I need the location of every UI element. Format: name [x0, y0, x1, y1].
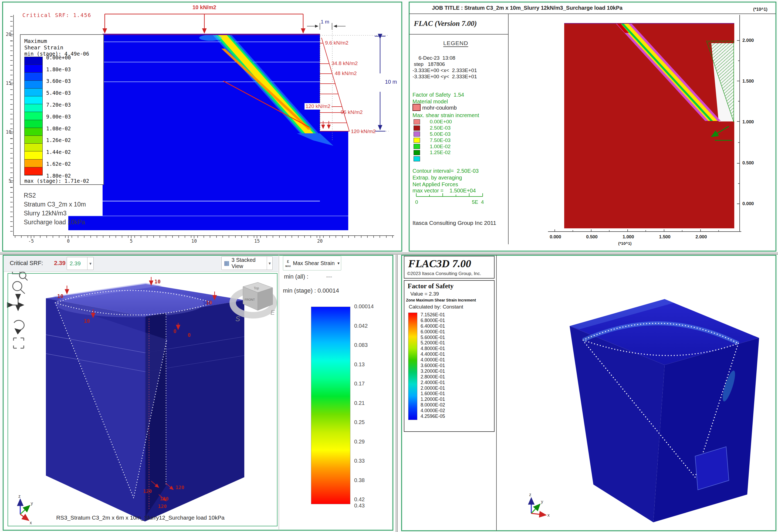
flac-contour: Contour interval= 2.50E-03 [412, 168, 479, 174]
flac-step: step 187806 [414, 61, 445, 67]
expand-tool[interactable] [11, 335, 28, 350]
rs2-legend-max: max (stage): 1.71e-02 [24, 178, 89, 184]
flac-xrange: -3.333E+00 <x< 2.333E+01 [412, 68, 477, 73]
rs2-dim-10m: 10 m [385, 79, 397, 85]
rs2-pressure-34.8: 34.8 kN/m2 [331, 61, 358, 66]
rs2-xtick: -5 [26, 239, 36, 244]
flac-legend-title: LEGEND [443, 40, 468, 47]
rs2-critical-srf: Critical SRF: 1.456 [22, 12, 91, 18]
flac-yaxis-labels: 2.0001.5001.0000.5000.000 [743, 38, 754, 242]
vertical-divider [396, 255, 398, 532]
rs2-legend-min: min (stage): 4.49e-06 [24, 51, 89, 57]
pan-tool[interactable] [11, 298, 28, 314]
flac-version: FLAC (Version 7.00) [414, 19, 477, 28]
flac-yaxis-unit: (*10^1) [753, 7, 768, 12]
rs2-surcharge-label: 10 kN/m2 [192, 4, 216, 10]
flac3d-calc-line: Calculated by: Constant [409, 304, 463, 310]
flac3d-legendbox [404, 280, 494, 432]
horizontal-divider [0, 253, 778, 254]
rs2-pressure-96: 96 kN/m2 [341, 109, 363, 115]
max-shear-strain-icon: εMAX [285, 259, 291, 267]
flac-scale-0: 0 [415, 199, 418, 205]
rotate-tool[interactable] [11, 318, 28, 333]
rs2-xtick: 20 [314, 239, 325, 244]
rs2-legend-title1: Maximum [24, 38, 47, 44]
rs2-xtick: 10 [189, 239, 200, 244]
rs3-srf-label: Critical SRF: [10, 260, 43, 267]
zoom-window-tool[interactable] [11, 266, 28, 282]
flac-material-header: Material model [412, 98, 448, 105]
rs2-legend: Maximum Shear Strain min (stage): 4.49e-… [20, 34, 104, 185]
flac-forces: Net Applied Forces [412, 181, 458, 187]
rs3-srf-dropdown[interactable]: 2.39 ▾ [67, 257, 94, 270]
rs2-ytick-15: 15 [4, 81, 11, 86]
rs2-pressure-120: 120 kN/m2 [351, 129, 376, 134]
rs3-min-all-value: --- [326, 273, 332, 280]
flac3d-value: Value = 2.39 [410, 291, 439, 297]
zoom-tool[interactable] [11, 282, 28, 297]
rs2-xtick: 15 [252, 239, 262, 244]
dropdown-arrow-icon: ▼ [337, 261, 340, 265]
rs3-min-stage: min (stage) : 0.00014 [283, 287, 339, 294]
rs3-min-all-label: min (all) : [284, 273, 308, 280]
rs2-dim-1m: 1 m [321, 19, 329, 25]
rs3-caption: RS3_Stratum C3_2m x 6m x 10m_Slurry12_Su… [32, 515, 248, 521]
flac-xaxis-unit: (*10^1) [618, 241, 632, 246]
rs3-viewport-border[interactable] [8, 273, 278, 526]
flac3d-values: 7.1526E-016.8000E-016.4000E-016.0000E-01… [420, 312, 445, 419]
stacked-view-icon: ▦ [224, 260, 229, 267]
flac-strain-entries: 0.00E+002.50E-035.00E-037.50E-031.00E-02… [413, 119, 452, 162]
flac-xaxis-labels: 0.0000.5001.0001.5002.000 [537, 234, 719, 240]
flac3d-zone-line: Zone Maximum Shear Strain Increment [406, 298, 476, 302]
flac3d-colorbar [408, 313, 417, 420]
rs3-stacked-view-button[interactable]: ▦ 3 Stacked View ▾ [221, 256, 273, 270]
flac-strain-header: Max. shear strain increment [412, 112, 479, 119]
rs3-colorbar-max-label: 0.43 [354, 503, 365, 509]
rs3-colorbar-labels: 0.000140.0420.0830.130.170.210.250.290.3… [354, 297, 374, 509]
rs2-xtick: 5 [126, 239, 137, 244]
flac-job-title: JOB TITLE : Stratum C3_2m x 10m_Slurry 1… [432, 5, 623, 11]
rs2-pressure-48: 48 kN/m2 [335, 70, 357, 76]
flac-datetime: 6-Dec-23 13:08 [417, 55, 455, 61]
flac-fos: Factor of Safety 1.54 [412, 92, 464, 98]
flac3d-fos-header: Factor of Safety [408, 282, 454, 290]
rs2-pressure-120-boxed: 120 kN/m2 [305, 103, 331, 109]
caret-down-icon[interactable]: ▾ [87, 257, 93, 270]
rs3-srf-value: 2.39 [54, 260, 66, 267]
rs2-pressure-9.6: 9.6 kN/m2 [325, 40, 348, 46]
rs3-result-dropdown[interactable]: εMAX Max Shear Strain ▼ [283, 256, 341, 271]
rs3-colorbar [311, 307, 351, 504]
rs2-legend-title2: Shear Strain [24, 45, 64, 51]
flac-material-swatch [412, 104, 420, 111]
flac-material-name: mohr-coulomb [422, 105, 457, 111]
flac3d-title: FLAC3D 7.00 [408, 257, 471, 270]
flac-scale-max: 5E 4 [472, 199, 484, 205]
flac3d-copyright: ©2023 Itasca Consulting Group, Inc. [407, 271, 481, 277]
rs2-ytick-5: 5 [4, 178, 11, 184]
screenshot-stage: 10 10 10 10 0 0 120 120 120 120 [0, 0, 778, 532]
rs2-ytick-20: 20 [4, 32, 11, 37]
flac-maxvector: max vector = 1.500E+04 [412, 187, 476, 194]
rs2-colorbar-labels: 0.00e+001.80e-033.60e-035.40e-037.20e-03… [46, 52, 100, 182]
flac-panel [409, 2, 776, 251]
rs3-sidebar-divider [279, 255, 279, 530]
caret-down-icon[interactable]: ▾ [267, 257, 273, 270]
rs2-ytick-10: 10 [4, 130, 11, 135]
rs2-colorbar [24, 57, 43, 175]
flac3d-divider [496, 255, 497, 531]
rs2-footer: RS2Stratum C3_2m x 10mSlurry 12kN/m3Surc… [24, 191, 86, 227]
flac-yrange: -3.333E+00 <y< 2.333E+01 [412, 74, 477, 80]
flac-extrap: Extrap. by averaging [412, 175, 462, 181]
rs2-xtick: 0 [63, 239, 74, 244]
flac-company: Itasca Consulting Group Inc 2011 [412, 220, 496, 226]
